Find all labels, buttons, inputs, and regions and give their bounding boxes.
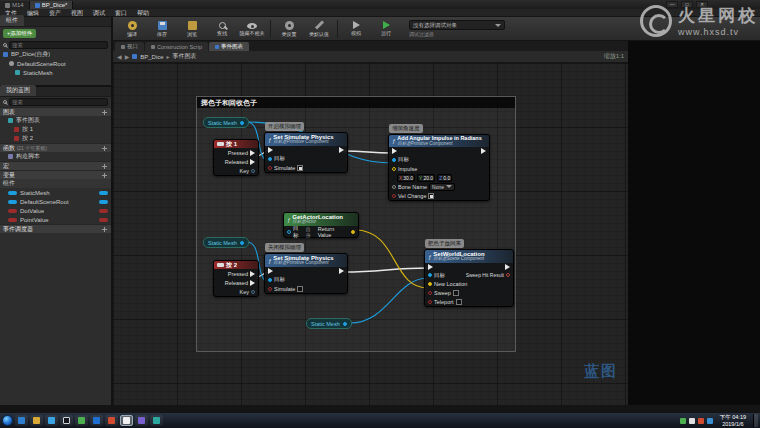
add-variable-icon[interactable]: [101, 172, 108, 179]
sweep-pin[interactable]: [428, 291, 432, 295]
var-dot-value[interactable]: DotValue: [0, 206, 111, 215]
target-pin[interactable]: [268, 278, 272, 282]
taskbar-icon-unreal-editor[interactable]: [120, 415, 133, 426]
taskbar-icon-qq[interactable]: [60, 415, 73, 426]
components-search-input[interactable]: [9, 41, 108, 49]
node-static-mesh-get-3[interactable]: Static Mesh: [306, 318, 352, 329]
node-get-actor-location[interactable]: ƒ GetActorLocation 目标是Actor 目标 自身 Return…: [283, 212, 359, 238]
item-event-key1[interactable]: 按 1: [0, 125, 111, 134]
compile-button[interactable]: 编译: [117, 18, 147, 40]
node-static-mesh-get-1[interactable]: Static Mesh: [203, 117, 249, 128]
item-event-graph[interactable]: 事件图表: [0, 116, 111, 125]
component-row-self[interactable]: BP_Dice(自身): [0, 50, 111, 59]
pressed-exec-pin[interactable]: [250, 150, 255, 156]
show-desktop-button[interactable]: [753, 414, 758, 427]
output-pin[interactable]: [240, 121, 244, 125]
menu-edit[interactable]: 编辑: [22, 9, 44, 17]
exec-in-pin[interactable]: [268, 147, 273, 153]
target-pin[interactable]: [287, 230, 291, 234]
taskbar-icon-media[interactable]: [45, 415, 58, 426]
save-button[interactable]: 保存: [147, 18, 177, 40]
impulse-z-input[interactable]: Z0.0: [437, 174, 452, 182]
tab-construction-script[interactable]: Construction Scrip: [145, 42, 208, 51]
clock[interactable]: 下午 04:19 2019/1/6: [716, 414, 750, 427]
exec-out-pin[interactable]: [505, 264, 510, 270]
var-default-scene-root[interactable]: DefaultSceneRoot: [0, 197, 111, 206]
impulse-pin[interactable]: [392, 167, 396, 171]
tab-event-graph[interactable]: 事件图表: [209, 42, 249, 51]
sweep-checkbox[interactable]: [453, 290, 459, 296]
return-value-pin[interactable]: [351, 230, 355, 234]
node-key1-event[interactable]: 按 1 Pressed Released Key: [213, 139, 259, 176]
component-row-scene-root[interactable]: DefaultSceneRoot: [0, 59, 111, 68]
debug-object-dropdown[interactable]: 没有选择调试对象: [409, 20, 505, 30]
output-pin[interactable]: [343, 322, 347, 326]
breadcrumb-current[interactable]: 事件图表: [173, 52, 197, 61]
menu-asset[interactable]: 资产: [44, 9, 66, 17]
released-exec-pin[interactable]: [250, 159, 255, 165]
simulate-pin[interactable]: [268, 287, 272, 291]
section-event-dispatchers[interactable]: 事件调度器: [0, 224, 111, 233]
output-pin[interactable]: [240, 241, 244, 245]
teleport-checkbox[interactable]: [456, 299, 462, 305]
impulse-x-input[interactable]: X30.0: [397, 174, 415, 182]
target-pin[interactable]: [392, 158, 396, 162]
menu-debug[interactable]: 调试: [88, 9, 110, 17]
tray-icon-3[interactable]: [698, 418, 704, 424]
bone-name-dropdown[interactable]: None: [429, 183, 455, 191]
component-row-static-mesh[interactable]: StaticMesh: [0, 68, 111, 77]
hide-unrelated-button[interactable]: 隐藏不相关: [237, 18, 267, 40]
taskbar-icon-teal-app[interactable]: [150, 415, 163, 426]
find-button[interactable]: 查找: [207, 18, 237, 40]
key-pin[interactable]: [251, 290, 255, 294]
exec-in-pin[interactable]: [268, 268, 273, 274]
bone-name-pin[interactable]: [392, 185, 396, 189]
taskbar-icon-browser[interactable]: [15, 415, 28, 426]
simulate-checkbox[interactable]: [297, 165, 303, 171]
section-macros[interactable]: 宏: [0, 161, 111, 170]
section-graphs[interactable]: 图表: [0, 107, 111, 116]
menu-view[interactable]: 视图: [66, 9, 88, 17]
var-point-value[interactable]: PointValue: [0, 215, 111, 224]
my-blueprint-panel-tab[interactable]: 我的蓝图: [0, 87, 111, 97]
vel-change-checkbox[interactable]: [428, 193, 434, 199]
tray-icon-1[interactable]: [680, 418, 686, 424]
taskbar-icon-blue-app[interactable]: [90, 415, 103, 426]
menu-window[interactable]: 窗口: [110, 9, 132, 17]
item-construction-script[interactable]: 构造脚本: [0, 152, 111, 161]
exec-out-pin[interactable]: [339, 147, 344, 153]
wire-exec-setsim2-setloc[interactable]: [344, 268, 428, 272]
simulate-pin[interactable]: [268, 166, 272, 170]
taskbar-icon-red-app[interactable]: [105, 415, 118, 426]
released-exec-pin[interactable]: [250, 280, 255, 286]
target-pin[interactable]: [428, 273, 432, 277]
node-key2-event[interactable]: 按 2 Pressed Released Key: [213, 260, 259, 297]
event-graph-canvas[interactable]: 掷色子和回收色子 Static Mesh Static Mesh: [113, 63, 628, 405]
breadcrumb-root[interactable]: BP_Dice: [140, 54, 163, 60]
pressed-exec-pin[interactable]: [250, 271, 255, 277]
add-dispatcher-icon[interactable]: [101, 226, 108, 233]
category-components[interactable]: 组件: [0, 179, 111, 188]
node-add-angular-impulse[interactable]: 增加角速度 ƒ Add Angular Impulse in Radians 目…: [388, 134, 490, 201]
node-static-mesh-get-2[interactable]: Static Mesh: [203, 237, 249, 248]
target-pin[interactable]: [268, 157, 272, 161]
vel-change-pin[interactable]: [392, 194, 396, 198]
exec-in-pin[interactable]: [428, 264, 433, 270]
add-function-icon[interactable]: [101, 145, 108, 152]
section-functions[interactable]: 函数 (21 个可重载): [0, 143, 111, 152]
simulate-checkbox[interactable]: [297, 286, 303, 292]
node-set-world-location[interactable]: 把色子放回来 ƒ SetWorldLocation 目标是Scene Compo…: [424, 249, 514, 307]
taskbar-icon-green-app[interactable]: [75, 415, 88, 426]
node-set-simulate-physics-1[interactable]: 开启模拟物理 ƒ Set Simulate Physics 目标是Primiti…: [264, 132, 348, 173]
my-blueprint-search-input[interactable]: [9, 98, 108, 106]
teleport-pin[interactable]: [428, 300, 432, 304]
play-button[interactable]: 运行: [371, 18, 401, 40]
key-pin[interactable]: [251, 169, 255, 173]
tray-icon-2[interactable]: [689, 418, 695, 424]
wire-obj-sm3-setloc[interactable]: [350, 278, 428, 323]
taskbar-icon-explorer[interactable]: [30, 415, 43, 426]
exec-out-pin[interactable]: [481, 148, 486, 154]
item-event-key2[interactable]: 按 2: [0, 134, 111, 143]
taskbar-icon-purple-app[interactable]: [135, 415, 148, 426]
sweep-hit-result-pin[interactable]: [506, 273, 510, 277]
